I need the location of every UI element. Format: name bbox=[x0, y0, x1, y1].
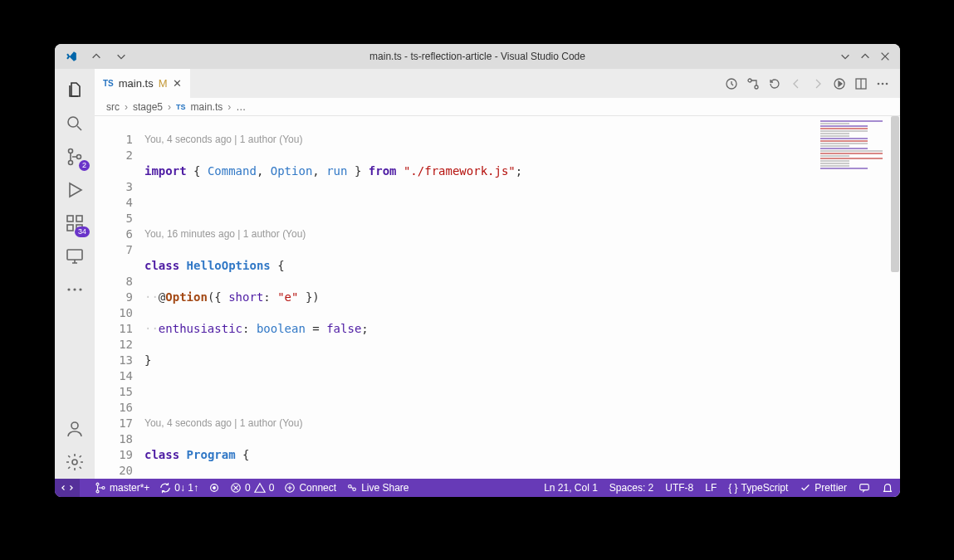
accounts-icon[interactable] bbox=[55, 412, 95, 446]
breadcrumb-item[interactable]: src bbox=[106, 101, 120, 113]
svg-point-2 bbox=[69, 161, 73, 165]
timeline-icon[interactable] bbox=[724, 76, 739, 91]
codelens[interactable]: You, 16 minutes ago | 1 author (You) bbox=[144, 226, 900, 242]
more-icon[interactable] bbox=[55, 273, 95, 306]
scrollbar-thumb[interactable] bbox=[891, 116, 899, 272]
chrome-maximize-icon[interactable] bbox=[857, 48, 873, 65]
more-actions-icon[interactable] bbox=[875, 76, 890, 91]
explorer-icon[interactable] bbox=[55, 74, 95, 107]
svg-point-23 bbox=[96, 490, 99, 493]
svg-point-0 bbox=[68, 117, 78, 127]
titlebar: main.ts - ts-reflection-article - Visual… bbox=[55, 44, 900, 69]
typescript-icon: TS bbox=[103, 79, 114, 88]
source-control-icon[interactable]: 2 bbox=[55, 140, 95, 173]
svg-rect-4 bbox=[67, 216, 73, 222]
svg-rect-31 bbox=[860, 485, 869, 490]
chevron-right-icon: › bbox=[125, 101, 128, 113]
run-debug-icon[interactable] bbox=[55, 173, 95, 207]
svg-point-16 bbox=[755, 85, 758, 89]
svg-point-21 bbox=[886, 82, 888, 85]
svg-point-26 bbox=[213, 487, 216, 489]
svg-point-3 bbox=[77, 155, 81, 159]
git-branch[interactable]: master*+ bbox=[95, 482, 149, 494]
connect-button[interactable]: Connect bbox=[284, 482, 336, 494]
problems[interactable]: 0 0 bbox=[230, 482, 274, 494]
indentation[interactable]: Spaces: 2 bbox=[609, 482, 653, 494]
breadcrumb-item[interactable]: … bbox=[236, 101, 246, 113]
editor-actions bbox=[714, 69, 900, 98]
svg-point-9 bbox=[67, 288, 70, 290]
close-icon[interactable]: ✕ bbox=[173, 77, 182, 90]
svg-point-24 bbox=[102, 487, 105, 489]
editor-group: TS main.ts M ✕ src bbox=[95, 69, 900, 479]
svg-rect-8 bbox=[67, 250, 82, 260]
svg-point-19 bbox=[878, 82, 880, 85]
language-mode[interactable]: { }TypeScript bbox=[728, 482, 788, 494]
tab-label: main.ts bbox=[119, 77, 154, 90]
breadcrumb[interactable]: src › stage5 › TS main.ts › … bbox=[95, 98, 900, 116]
chrome-close-icon[interactable] bbox=[877, 48, 893, 65]
feedback-icon[interactable] bbox=[859, 482, 870, 494]
svg-point-13 bbox=[72, 460, 77, 465]
svg-point-22 bbox=[96, 483, 99, 485]
line-numbers: 1 2 3 4 5 6 7 8 9 10 11 12 1 bbox=[95, 116, 144, 479]
vertical-scrollbar[interactable] bbox=[890, 116, 900, 479]
ports-icon[interactable] bbox=[208, 482, 220, 494]
extensions-badge: 34 bbox=[75, 226, 90, 237]
split-editor-icon[interactable] bbox=[854, 76, 868, 91]
collapse-up-icon[interactable] bbox=[88, 48, 105, 65]
revert-icon[interactable] bbox=[767, 76, 782, 91]
prev-change-icon[interactable] bbox=[789, 76, 804, 91]
run-file-icon[interactable] bbox=[832, 76, 847, 91]
svg-point-29 bbox=[349, 485, 352, 489]
svg-point-1 bbox=[69, 149, 73, 153]
codelens[interactable]: You, 4 seconds ago | 1 author (You) bbox=[144, 416, 900, 431]
svg-point-10 bbox=[73, 288, 76, 290]
eol[interactable]: LF bbox=[705, 482, 717, 494]
window-title: main.ts - ts-reflection-article - Visual… bbox=[55, 51, 900, 62]
svg-point-15 bbox=[748, 79, 751, 82]
live-share-button[interactable]: Live Share bbox=[346, 482, 409, 494]
editor[interactable]: 1 2 3 4 5 6 7 8 9 10 11 12 1 bbox=[95, 116, 900, 479]
codelens[interactable]: You, 4 seconds ago | 1 author (You) bbox=[144, 132, 900, 148]
activity-bar: 2 34 bbox=[55, 69, 95, 479]
encoding[interactable]: UTF-8 bbox=[665, 482, 693, 494]
code-content[interactable]: You, 4 seconds ago | 1 author (You) impo… bbox=[144, 116, 900, 479]
notifications-icon[interactable] bbox=[882, 482, 893, 494]
svg-point-30 bbox=[353, 488, 356, 491]
svg-point-11 bbox=[79, 288, 81, 290]
expand-down-icon[interactable] bbox=[113, 48, 130, 65]
chevron-right-icon: › bbox=[168, 101, 171, 113]
svg-rect-6 bbox=[67, 225, 73, 231]
svg-point-12 bbox=[71, 422, 78, 429]
svg-point-20 bbox=[882, 82, 884, 85]
next-change-icon[interactable] bbox=[810, 76, 825, 91]
modified-indicator: M bbox=[159, 77, 168, 90]
compare-changes-icon[interactable] bbox=[746, 76, 761, 91]
scm-badge: 2 bbox=[79, 160, 90, 171]
tab-bar: TS main.ts M ✕ bbox=[95, 69, 900, 98]
chrome-minimize-icon[interactable] bbox=[837, 48, 854, 65]
remote-indicator[interactable] bbox=[55, 479, 80, 497]
prettier-status[interactable]: Prettier bbox=[800, 482, 847, 494]
status-bar: master*+ 0↓ 1↑ 0 0 Connect Live Share Ln… bbox=[55, 479, 900, 497]
svg-rect-5 bbox=[76, 216, 82, 222]
tab-main-ts[interactable]: TS main.ts M ✕ bbox=[95, 69, 190, 98]
typescript-icon: TS bbox=[176, 103, 186, 111]
settings-gear-icon[interactable] bbox=[55, 446, 95, 479]
search-icon[interactable] bbox=[55, 107, 95, 140]
breadcrumb-item[interactable]: main.ts bbox=[191, 101, 223, 113]
chevron-right-icon: › bbox=[227, 101, 231, 113]
remote-explorer-icon[interactable] bbox=[55, 240, 95, 273]
sync-status[interactable]: 0↓ 1↑ bbox=[159, 482, 198, 494]
vscode-window: main.ts - ts-reflection-article - Visual… bbox=[55, 44, 900, 497]
extensions-icon[interactable]: 34 bbox=[55, 207, 95, 240]
cursor-position[interactable]: Ln 21, Col 1 bbox=[544, 482, 598, 494]
vscode-logo-icon bbox=[63, 48, 80, 65]
breadcrumb-item[interactable]: stage5 bbox=[133, 101, 163, 113]
